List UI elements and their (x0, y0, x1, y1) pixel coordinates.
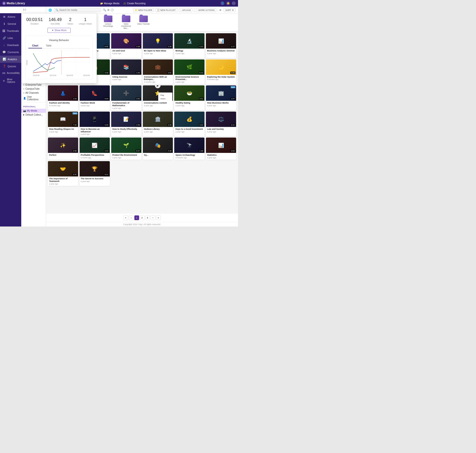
search-input[interactable] (59, 9, 99, 11)
media-card[interactable]: 🌱 6:47 Protect the Environment a year ag… (111, 138, 141, 160)
panel-item-actions[interactable]: ⊕ Actions (0, 13, 21, 20)
card-title: The Secret to Success (81, 177, 109, 180)
ctx-publish[interactable]: Publish (159, 100, 172, 101)
sidebar-collapse-btn[interactable]: |◁ (23, 8, 26, 11)
sidebar-user-coll-label: User Collections (27, 96, 44, 101)
media-card[interactable]: 📖 Quiz 7:30 How Reading Shapes Us a year… (48, 112, 78, 136)
sidebar-item-enterprise[interactable]: ≡ EnterpriseTube (21, 83, 46, 87)
card-meta: a year ago (144, 131, 172, 133)
card-meta: a year ago (112, 157, 140, 159)
media-card[interactable]: 💡 3:30 Be Open to New Ideas a year ago (143, 33, 173, 58)
pagination-page3-btn[interactable]: 3 (145, 215, 150, 220)
card-duration: 5:04 (104, 98, 109, 100)
more-actions-btn[interactable]: ⋯ MORE ACTIONS (194, 8, 216, 12)
media-card[interactable]: 🏢 Quiz 1:57 How Business Works a year ag… (206, 85, 236, 110)
media-card[interactable]: 📝 2:58 How to Study Effectively a year a… (111, 112, 141, 136)
media-card[interactable]: 👗 2:03 Fashion and Identity 9 months ago (48, 85, 78, 110)
ctx-share[interactable]: Share (159, 97, 172, 100)
sidebar-item-campus[interactable]: ≡ CampusTube (21, 87, 46, 91)
sidebar-item-default-collect2[interactable]: ▶ Default Collect... (21, 113, 46, 117)
clock-icon[interactable]: 🕐 (110, 8, 114, 12)
media-card[interactable]: 📊 1:17 Business Analysis Seminar a year … (206, 33, 236, 58)
pagination-page2-btn[interactable]: 2 (140, 215, 144, 220)
pagination-last-btn[interactable]: » (156, 215, 161, 220)
panel-item-thumbnails[interactable]: 🖼 Thumbnails (0, 27, 21, 35)
chart-tab-table[interactable]: Table (42, 43, 55, 48)
media-card[interactable]: ✨ 2:50 Perfect (48, 138, 78, 160)
sort-label: SORT (225, 9, 231, 11)
manage-media-label: Manage Media (104, 2, 119, 5)
panel-item-quizzes[interactable]: ❓ Quizzes (0, 63, 21, 70)
panel-item-comments[interactable]: 💬 Comments (0, 49, 21, 56)
grid-icon[interactable]: ⋮⋮ (232, 1, 236, 5)
manage-media-btn[interactable]: 📁 Manage Media (100, 2, 119, 5)
user-icon[interactable]: 👤 (221, 1, 224, 5)
ctx-play[interactable]: Play (159, 93, 172, 97)
panel-item-analytics[interactable]: 📊 Analytics (0, 56, 21, 63)
card-title: Fundamentals of Mathematics (112, 102, 140, 107)
media-card[interactable]: 📈 4:23 Profitable Perspectives a month a… (79, 138, 110, 160)
context-menu: Play Share Publish Delete Edit More... (158, 92, 172, 101)
panel-item-general[interactable]: ℹ General (0, 20, 21, 27)
general-label: General (7, 23, 16, 25)
logo[interactable]: S Media Library (2, 2, 25, 5)
card-title: Conversations context (144, 102, 172, 104)
panel-item-downloads[interactable]: ↓ Downloads (0, 42, 21, 49)
card-meta: a month ago (81, 157, 109, 159)
media-card[interactable]: 🥗 3:01 Healthy Eating a year ago (174, 85, 204, 110)
folder-lecture-recordings[interactable]: Lecture Recordings (101, 15, 115, 29)
sidebar-item-user-collections[interactable]: 👤 User Collections (21, 95, 46, 101)
media-card[interactable]: 🏛️ 3:28 Hudson Library a year ago (143, 112, 173, 136)
media-card[interactable]: 🤝 2:37 The Importance of Teamwork a year… (48, 161, 78, 186)
media-card[interactable]: 💰 3:22 Keys to a Good Investment a year … (174, 112, 204, 136)
pagination-prev-btn[interactable]: ‹ (129, 215, 134, 220)
media-card[interactable]: 💼 3:51 Conversations With an Entrepre...… (143, 59, 173, 84)
new-playlist-btn[interactable]: 📋 NEW PLAYLIST (155, 8, 177, 12)
card-thumbnail: ✨ 2:50 (48, 138, 78, 153)
chart-tab-chart[interactable]: Chart (28, 43, 42, 48)
bell-icon[interactable]: 🔔 (226, 1, 230, 5)
pagination-first-btn[interactable]: « (123, 215, 128, 220)
folder-video-conference[interactable]: Video Conference Rec... (119, 15, 133, 29)
media-card[interactable]: ⭐ 3:51 ▶ Play Share Publish Delete Edit … (143, 85, 173, 110)
folder-video-tutorials[interactable]: Video Tutorials (137, 15, 150, 29)
show-more-btn[interactable]: ▼ Show More (47, 28, 70, 33)
pagination-next-btn[interactable]: › (151, 215, 155, 220)
media-card[interactable]: ➕ 2:52 Fundamentals of Mathematics a yea… (111, 85, 141, 110)
sort-btn[interactable]: SORT ▼ (224, 8, 236, 12)
card-duration: 2:11 (230, 124, 235, 126)
panel-item-links[interactable]: 🔗 Links (0, 35, 21, 42)
create-recording-icon: 🎥 (123, 2, 126, 5)
card-title: Protect the Environment (112, 154, 140, 156)
pagination-page1-btn[interactable]: 1 (134, 215, 139, 220)
media-card[interactable]: 🌙 4:58 Exploring the Solar System 5 mont… (206, 59, 236, 84)
panel-item-accessibility[interactable]: CC Accessibility (0, 70, 21, 76)
media-card[interactable]: 🏆 3:11 The Secret to Success a year ago (79, 161, 110, 186)
media-card[interactable]: 📊 2:00 Statistics a year ago (206, 138, 236, 160)
media-card[interactable]: 📚 1:49 Citing Sources a year ago (111, 59, 141, 84)
new-folder-btn[interactable]: 📁 NEW FOLDER (133, 8, 154, 12)
sidebar-item-channels[interactable]: ≡ All Channels (21, 91, 46, 95)
filter-icon[interactable]: ⚙ (107, 8, 109, 12)
card-title: Environmental Science Presentat... (175, 76, 203, 81)
media-card[interactable]: ⚖️ 2:11 Law and Society a year ago (206, 112, 236, 136)
upload-btn[interactable]: ↑ UPLOAD (179, 8, 193, 12)
media-card[interactable]: 🔬 4:22 Biology a year ago (174, 33, 204, 58)
media-card[interactable]: 🎭 4:36 Gy... (143, 138, 173, 160)
sidebar-item-my-media2[interactable]: 📷 My Media (21, 109, 46, 113)
card-thumbnail: 💡 3:30 (143, 33, 173, 49)
grid-view-icon[interactable]: ⊞ (219, 9, 221, 11)
stat-views: 2 Views (67, 17, 73, 25)
personal-section-label2: PERSONAL (21, 104, 46, 109)
panel-item-more-options[interactable]: ∨ More Options (0, 76, 21, 85)
media-card[interactable]: 🔭 1:48 Space Archaeology 9 months ago (174, 138, 204, 160)
create-recording-btn[interactable]: 🎥 Create Recording (123, 2, 145, 5)
globe-icon[interactable]: 🌐 (48, 8, 52, 12)
media-card[interactable]: 🎨 2:38 Art and Soul a year ago (111, 33, 141, 58)
search-icon2[interactable]: 🔍 (103, 8, 106, 12)
folder-lecture-label: Lecture Recordings (101, 23, 115, 27)
card-meta: 5 months ago (207, 78, 235, 80)
media-card[interactable]: 📱 3:20 How to Become an Influencer a yea… (79, 112, 110, 136)
media-card[interactable]: 🌿 6:10 Environmental Science Presentat..… (174, 59, 204, 84)
media-card[interactable]: 👠 5:04 Fashion Week a year ago (79, 85, 110, 110)
